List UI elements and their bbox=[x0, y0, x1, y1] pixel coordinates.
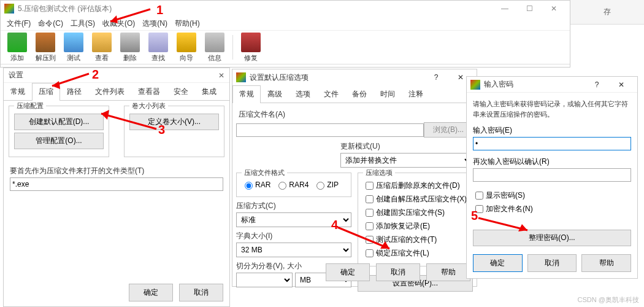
help-button[interactable]: 帮助 bbox=[581, 254, 631, 272]
toolbar-extract[interactable]: 解压到 bbox=[31, 31, 59, 64]
archive-name-input[interactable] bbox=[236, 123, 424, 137]
right-panel-fragment: 存 bbox=[570, 0, 644, 25]
chk-delete-after[interactable]: 压缩后删除原来的文件(D) bbox=[363, 180, 467, 192]
chk-lock[interactable]: 锁定压缩文件(L) bbox=[363, 247, 467, 259]
cancel-button[interactable]: 取消 bbox=[179, 284, 223, 301]
tab-path[interactable]: 路径 bbox=[60, 83, 88, 100]
confirm-label: 再次输入密码以确认(R) bbox=[473, 157, 550, 166]
method-select[interactable]: 标准 bbox=[236, 212, 351, 227]
chk-sfx[interactable]: 创建自解压格式压缩文件(X) bbox=[363, 193, 467, 205]
toolbar-repair[interactable]: 修复 bbox=[237, 31, 265, 64]
rar-icon bbox=[4, 4, 14, 14]
defaults-titlebar: 设置默认压缩选项 ? ✕ bbox=[232, 69, 477, 85]
tab-security[interactable]: 安全 bbox=[167, 83, 195, 100]
manage-profile-button[interactable]: 管理配置(O)... bbox=[14, 133, 104, 149]
tab-file[interactable]: 文件 bbox=[317, 85, 345, 103]
dict-label: 字典大小(I) bbox=[236, 231, 345, 241]
group-format: 压缩文件格式 RAR RAR4 ZIP bbox=[236, 173, 351, 197]
pwd-message: 请输入主密码来获得密码记录，或输入任何其它字符串来设置压缩操作的密码。 bbox=[473, 99, 631, 119]
menu-file[interactable]: 文件(F) bbox=[3, 17, 34, 30]
tabstrip: 常规 压缩 路径 文件列表 查看器 安全 集成 bbox=[4, 83, 229, 101]
tab-options[interactable]: 选项 bbox=[289, 85, 317, 103]
menu-help[interactable]: 帮助(H) bbox=[171, 17, 204, 30]
toolbar-wizard[interactable]: 向导 bbox=[172, 31, 201, 64]
view-icon bbox=[92, 33, 112, 52]
titlebar: 5.压缩包测试文件 (评估版本) — ☐ ✕ bbox=[1, 1, 570, 17]
close-button[interactable]: ✕ bbox=[542, 1, 566, 17]
tab-compress[interactable]: 压缩 bbox=[32, 83, 60, 101]
settings-title: 设置✕ bbox=[4, 68, 229, 83]
help-icon[interactable]: ? bbox=[424, 69, 448, 85]
ok-button[interactable]: 确定 bbox=[473, 254, 523, 272]
menu-favorites[interactable]: 收藏夹(O) bbox=[99, 17, 139, 30]
method-label: 压缩方式(C) bbox=[236, 201, 345, 211]
tab-filelist[interactable]: 文件列表 bbox=[88, 83, 131, 100]
wizard-icon bbox=[177, 33, 196, 52]
delete-icon bbox=[120, 33, 140, 52]
rar-icon bbox=[470, 80, 480, 90]
cancel-button[interactable]: 取消 bbox=[527, 254, 577, 272]
tab-time[interactable]: 时间 bbox=[374, 85, 402, 103]
tab-integration[interactable]: 集成 bbox=[195, 83, 223, 100]
tab-comment[interactable]: 注释 bbox=[402, 85, 430, 103]
menu-tools[interactable]: 工具(S) bbox=[67, 17, 99, 30]
find-icon bbox=[148, 33, 168, 52]
pwd-title: 输入密码 bbox=[484, 79, 585, 90]
create-default-button[interactable]: 创建默认配置(D)... bbox=[14, 114, 104, 130]
tab-advanced[interactable]: 高级 bbox=[261, 85, 289, 103]
browse-button[interactable]: 浏览(B)... bbox=[424, 122, 473, 138]
minimize-button[interactable]: — bbox=[493, 1, 517, 17]
organize-passwords-button[interactable]: 整理密码(O)... bbox=[473, 230, 631, 246]
define-volume-button[interactable]: 定义卷大小(V)... bbox=[129, 114, 219, 130]
cancel-button[interactable]: 取消 bbox=[376, 263, 420, 281]
chk-show-password[interactable]: 显示密码(S) bbox=[473, 190, 631, 201]
tab-general[interactable]: 常规 bbox=[232, 85, 261, 103]
close-icon[interactable]: ✕ bbox=[218, 71, 224, 80]
toolbar-add[interactable]: 添加 bbox=[3, 31, 31, 64]
ok-button[interactable]: 确定 bbox=[326, 263, 370, 281]
group-compress-profile: 压缩配置 创建默认配置(D)... 管理配置(O)... bbox=[9, 106, 109, 157]
toolbar-view[interactable]: 查看 bbox=[88, 31, 116, 64]
radio-rar4[interactable]: RAR4 bbox=[275, 180, 309, 190]
rar-icon bbox=[236, 72, 246, 82]
password-input[interactable] bbox=[473, 137, 631, 150]
toolbar-info[interactable]: 信息 bbox=[201, 31, 229, 64]
password-dialog: 输入密码 ? ✕ 请输入主密码来获得密码记录，或输入任何其它字符串来设置压缩操作… bbox=[466, 76, 638, 279]
toolbar-find[interactable]: 查找 bbox=[144, 31, 172, 64]
chk-recovery[interactable]: 添加恢复记录(E) bbox=[363, 220, 467, 232]
radio-rar[interactable]: RAR bbox=[242, 180, 270, 190]
prefer-input[interactable] bbox=[10, 177, 223, 191]
dict-select[interactable]: 32 MB bbox=[236, 243, 351, 257]
group-options: 压缩选项 压缩后删除原来的文件(D) 创建自解压格式压缩文件(X) 创建固实压缩… bbox=[358, 173, 473, 266]
confirm-password-input[interactable] bbox=[473, 168, 631, 182]
window-title: 5.压缩包测试文件 (评估版本) bbox=[18, 4, 493, 14]
help-icon[interactable]: ? bbox=[585, 77, 609, 93]
archive-name-label: 压缩文件名(A) bbox=[239, 109, 467, 120]
chk-test[interactable]: 测试压缩的文件(T) bbox=[363, 234, 467, 246]
main-window: 5.压缩包测试文件 (评估版本) — ☐ ✕ 文件(F) 命令(C) 工具(S)… bbox=[0, 0, 570, 68]
watermark: CSDN @奥凯丰科技 bbox=[578, 295, 639, 305]
chk-encrypt-names[interactable]: 加密文件名(N) bbox=[473, 203, 631, 215]
menu-options[interactable]: 选项(N) bbox=[139, 17, 171, 30]
menu-command[interactable]: 命令(C) bbox=[34, 17, 67, 30]
tab-backup[interactable]: 备份 bbox=[345, 85, 374, 103]
add-icon bbox=[7, 33, 27, 52]
toolbar-delete[interactable]: 删除 bbox=[116, 31, 144, 64]
radio-zip[interactable]: ZIP bbox=[313, 180, 339, 190]
pwd-titlebar: 输入密码 ? ✕ bbox=[467, 77, 637, 93]
chk-solid[interactable]: 创建固实压缩文件(S) bbox=[363, 207, 467, 219]
menubar: 文件(F) 命令(C) 工具(S) 收藏夹(O) 选项(N) 帮助(H) bbox=[1, 17, 570, 30]
tab-viewer[interactable]: 查看器 bbox=[131, 83, 167, 100]
maximize-button[interactable]: ☐ bbox=[517, 1, 542, 17]
test-icon bbox=[64, 33, 83, 52]
update-mode-select[interactable]: 添加并替换文件 bbox=[340, 153, 473, 168]
close-icon[interactable]: ✕ bbox=[609, 77, 634, 93]
extract-icon bbox=[36, 33, 55, 52]
prefer-label: 要首先作为压缩文件来打开的文件类型(T) bbox=[10, 166, 223, 176]
split-size-select[interactable] bbox=[236, 273, 293, 287]
info-icon bbox=[205, 33, 224, 52]
help-button[interactable]: 帮助 bbox=[426, 263, 470, 281]
tab-general[interactable]: 常规 bbox=[4, 83, 32, 100]
toolbar-test[interactable]: 测试 bbox=[59, 31, 88, 64]
ok-button[interactable]: 确定 bbox=[129, 284, 173, 301]
